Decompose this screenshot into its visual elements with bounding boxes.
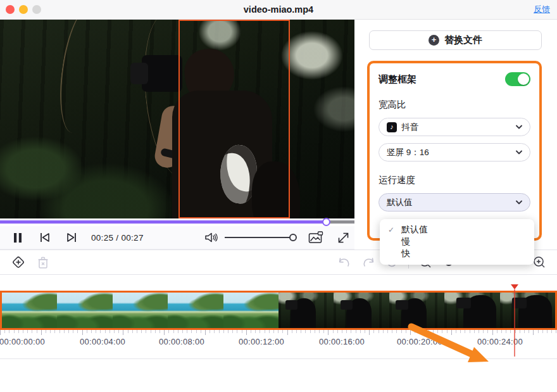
platform-select[interactable]: ♪ 抖音	[379, 118, 530, 136]
ruler-timestamp: 00:00:04:00	[80, 337, 125, 346]
orientation-select[interactable]: 竖屏 9：16	[379, 143, 530, 161]
seek-handle[interactable]	[322, 218, 330, 226]
crop-frame-overlay[interactable]	[178, 20, 290, 218]
pause-button[interactable]	[13, 232, 23, 243]
volume-handle[interactable]	[289, 234, 297, 241]
timeline-thumbnail[interactable]	[168, 293, 223, 328]
settings-panel: + 替换文件 调整框架 宽高比 ♪ 抖音 竖屏 9：16	[354, 20, 557, 250]
window-controls	[6, 5, 41, 14]
timeline-clip[interactable]	[0, 291, 557, 330]
playhead-marker[interactable]	[511, 284, 518, 289]
footer-bar: 登录 取消 导出	[0, 358, 557, 392]
feedback-link[interactable]: 反馈	[534, 4, 550, 15]
ruler-timestamp: 00:00:00:00	[0, 337, 45, 346]
redo-button	[361, 256, 375, 268]
delete-clip-button	[37, 256, 49, 269]
adjust-frame-label: 调整框架	[379, 73, 416, 85]
seek-bar[interactable]	[0, 218, 354, 226]
snapshot-button[interactable]	[308, 231, 323, 244]
close-window-button[interactable]	[6, 5, 15, 14]
ruler-timestamp: 00:00:24:00	[477, 337, 523, 346]
ruler-timestamp: 00:00:08:00	[159, 337, 204, 346]
timeline-thumbnail[interactable]	[389, 293, 444, 328]
platform-value: 抖音	[401, 122, 418, 133]
timeline-thumbnail[interactable]	[57, 293, 112, 328]
playhead-line	[514, 289, 515, 357]
timeline-thumbnail[interactable]	[278, 293, 334, 328]
tiktok-icon: ♪	[387, 122, 397, 132]
seek-progress-fill	[0, 220, 326, 224]
timeline-thumbnail[interactable]	[444, 293, 499, 328]
ruler-ticks	[0, 330, 557, 335]
zoom-in-button[interactable]	[533, 256, 546, 269]
adjust-frame-toggle[interactable]	[505, 72, 530, 86]
speed-dropdown-menu: ✓ 默认值 慢 快	[380, 219, 534, 265]
timeline-ruler[interactable]: 00:00:00:0000:00:04:0000:00:08:0000:00:1…	[0, 330, 557, 349]
timeline-thumbnail[interactable]	[334, 293, 389, 328]
replace-file-label: 替换文件	[444, 34, 482, 46]
title-bar: video-miao.mp4 反馈	[0, 0, 557, 20]
chevron-down-icon	[516, 200, 522, 205]
zoom-window-button	[32, 5, 41, 14]
volume-icon[interactable]	[204, 232, 218, 243]
speed-value: 默认值	[387, 197, 413, 208]
ruler-timestamp: 00:00:16:00	[319, 337, 365, 346]
window-title: video-miao.mp4	[0, 4, 557, 15]
volume-slider[interactable]	[225, 237, 293, 238]
undo-button	[337, 256, 351, 268]
replace-file-button[interactable]: + 替换文件	[369, 30, 542, 50]
speed-option-default[interactable]: ✓ 默认值	[380, 224, 534, 236]
speed-select[interactable]: 默认值	[379, 193, 530, 212]
orientation-value: 竖屏 9：16	[387, 147, 429, 158]
ruler-timestamp: 00:00:20:00	[397, 337, 442, 346]
timeline-thumbnail[interactable]	[2, 293, 57, 328]
player-controls: 00:25 / 00:27	[0, 226, 354, 250]
speed-option-slow[interactable]: 慢	[380, 236, 534, 248]
fullscreen-button[interactable]	[337, 232, 349, 244]
add-clip-button[interactable]	[11, 255, 25, 269]
timeline-thumbnail[interactable]	[113, 293, 168, 328]
plus-icon: +	[429, 35, 439, 46]
ruler-timestamp: 00:00:12:00	[239, 337, 284, 346]
speed-option-fast[interactable]: 快	[380, 248, 534, 260]
minimize-window-button[interactable]	[19, 5, 28, 14]
app-window: video-miao.mp4 反馈 00:25 / 00:27	[0, 0, 557, 392]
check-icon: ✓	[388, 225, 401, 234]
previous-frame-button[interactable]	[39, 232, 51, 243]
time-display: 00:25 / 00:27	[91, 233, 144, 243]
aspect-ratio-label: 宽高比	[379, 99, 530, 111]
chevron-down-icon	[516, 125, 522, 129]
timeline-thumbnail[interactable]	[223, 293, 278, 328]
chevron-down-icon	[516, 150, 522, 155]
adjust-frame-panel: 调整框架 宽高比 ♪ 抖音 竖屏 9：16 运行速度 默认值	[367, 61, 542, 241]
video-preview[interactable]	[0, 20, 354, 218]
ruler-labels: 00:00:00:0000:00:04:0000:00:08:0000:00:1…	[0, 337, 557, 348]
next-frame-button[interactable]	[66, 232, 77, 243]
timeline-thumbnail[interactable]	[500, 293, 555, 328]
speed-label: 运行速度	[379, 174, 530, 186]
